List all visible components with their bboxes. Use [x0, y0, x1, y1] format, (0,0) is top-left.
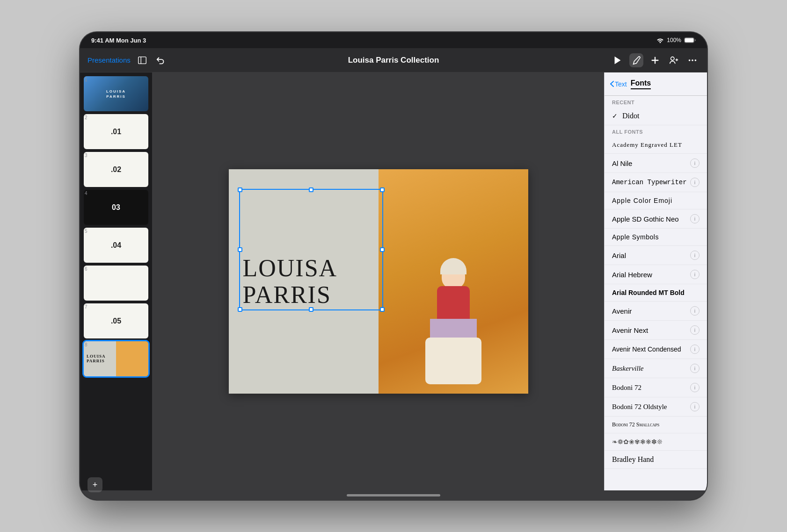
slide-text-line1: LOUISA: [243, 255, 338, 281]
status-icons: 100%: [656, 37, 696, 43]
slide-item[interactable]: .04 5: [84, 228, 148, 263]
wifi-icon: [656, 37, 664, 43]
font-item[interactable]: Arial Rounded MT Bold: [605, 284, 707, 302]
font-info-button[interactable]: i: [690, 325, 700, 335]
font-item[interactable]: Avenir Next i: [605, 321, 707, 340]
font-item[interactable]: Apple Symbols: [605, 229, 707, 246]
font-symbols: ❧❁✿❀✾❃❋✽❊: [612, 438, 663, 446]
fonts-back-button[interactable]: Text: [610, 80, 627, 88]
slide-item[interactable]: 6: [84, 266, 148, 301]
chevron-left-icon: [610, 81, 614, 87]
font-item[interactable]: Apple SD Gothic Neo i: [605, 209, 707, 229]
back-label: Text: [615, 80, 627, 88]
pencil-button[interactable]: [629, 53, 643, 67]
font-name: Bradley Hand: [612, 455, 654, 464]
font-item[interactable]: Academy Engraved LET: [605, 137, 707, 154]
font-info-button[interactable]: i: [690, 402, 700, 411]
svg-point-8: [689, 59, 691, 61]
font-item[interactable]: Arial i: [605, 246, 707, 265]
sidebar-icon: [137, 55, 147, 65]
font-item[interactable]: American Typewriter i: [605, 173, 707, 192]
slide-number: 4: [85, 191, 87, 196]
font-info-button[interactable]: i: [690, 383, 700, 392]
font-name: Apple Symbols: [612, 233, 659, 241]
slide-item-active[interactable]: LOUISAPARRIS 8: [84, 341, 148, 376]
font-item[interactable]: Al Nile i: [605, 154, 707, 173]
status-bar: 9:41 AM Mon Jun 3 100%: [80, 32, 707, 48]
font-info-button[interactable]: i: [690, 306, 700, 316]
font-item[interactable]: Bodoni 72 i: [605, 378, 707, 397]
slide-text: LOUISA PARRIS: [243, 255, 338, 308]
document-title: Louisa Parris Collection: [187, 56, 600, 65]
svg-rect-2: [138, 57, 146, 64]
slide-item[interactable]: LOUISA PARRIS 1: [84, 76, 148, 111]
slide-item[interactable]: .02 3: [84, 152, 148, 187]
svg-point-10: [695, 59, 697, 61]
add-button[interactable]: [648, 53, 662, 67]
add-slide-button[interactable]: +: [87, 477, 102, 490]
play-icon: [612, 55, 623, 65]
toolbar: Presentations Louisa Parris Collection: [80, 48, 707, 72]
slide-right-panel: [379, 169, 528, 394]
font-item[interactable]: Bradley Hand: [605, 451, 707, 469]
font-name: Apple SD Gothic Neo: [612, 215, 679, 223]
battery-icon: [684, 37, 696, 43]
undo-button[interactable]: [154, 53, 168, 67]
toolbar-right: [606, 53, 700, 67]
slide-number: 8: [85, 342, 87, 347]
main-area: LOUISA PARRIS 1 .01 2 .02 3: [80, 72, 707, 490]
recent-font-name: Didot: [622, 112, 639, 120]
slide-item[interactable]: .05 7: [84, 303, 148, 338]
fonts-tab-active[interactable]: Fonts: [631, 79, 651, 89]
slide-canvas: LOUISA PARRIS: [229, 169, 528, 394]
sidebar-button[interactable]: [135, 53, 149, 67]
pencil-icon: [631, 55, 641, 65]
checkmark-icon: ✓: [612, 112, 618, 120]
font-item[interactable]: Avenir i: [605, 302, 707, 321]
svg-point-9: [692, 59, 693, 61]
ipad-device: 9:41 AM Mon Jun 3 100% Presentations: [80, 32, 707, 500]
font-name: Avenir: [612, 307, 632, 315]
font-item[interactable]: Arial Hebrew i: [605, 265, 707, 284]
font-name: Avenir Next: [612, 326, 648, 334]
undo-icon: [156, 55, 166, 65]
font-name: Avenir Next Condensed: [612, 345, 681, 353]
font-item[interactable]: Avenir Next Condensed i: [605, 340, 707, 359]
slide-panel: LOUISA PARRIS 1 .01 2 .02 3: [80, 72, 153, 490]
font-item-symbols[interactable]: ❧❁✿❀✾❃❋✽❊: [605, 433, 707, 451]
font-info-button[interactable]: i: [690, 214, 700, 223]
font-info-button[interactable]: i: [690, 345, 700, 354]
presentations-button[interactable]: Presentations: [87, 56, 131, 64]
svg-rect-1: [685, 38, 694, 43]
font-info-button[interactable]: i: [690, 251, 700, 260]
font-info-button[interactable]: i: [690, 364, 700, 373]
collaborate-button[interactable]: [667, 53, 681, 67]
slide-number: 2: [85, 115, 87, 120]
more-button[interactable]: [685, 53, 700, 67]
recent-section-label: RECENT: [605, 96, 707, 107]
battery-text: 100%: [667, 37, 681, 43]
font-item[interactable]: Bodoni 72 Oldstyle i: [605, 397, 707, 417]
fonts-header: Text Fonts: [605, 72, 707, 96]
font-info-button[interactable]: i: [690, 270, 700, 279]
font-name: American Typewriter: [612, 179, 687, 186]
status-time: 9:41 AM Mon Jun 3: [91, 37, 146, 44]
recent-font-item[interactable]: ✓ Didot: [605, 107, 707, 125]
font-item[interactable]: Bodoni 72 Smallcaps: [605, 417, 707, 433]
font-info-button[interactable]: i: [690, 178, 700, 187]
font-name: Baskerville: [612, 365, 643, 373]
slide-number: 5: [85, 229, 87, 234]
font-name: Bodoni 72 Oldstyle: [612, 403, 667, 411]
font-name: Academy Engraved LET: [612, 141, 682, 149]
all-fonts-section-label: ALL FONTS: [605, 125, 707, 137]
play-button[interactable]: [611, 53, 625, 67]
font-info-button[interactable]: i: [690, 158, 700, 168]
slide-item[interactable]: 03 4: [84, 190, 148, 225]
slide-number: 7: [85, 304, 87, 309]
fonts-list: RECENT ✓ Didot ALL FONTS Academy Engrave…: [605, 96, 707, 490]
toolbar-left: Presentations: [87, 53, 181, 67]
font-item[interactable]: Baskerville i: [605, 359, 707, 378]
plus-icon: [650, 55, 660, 65]
font-item[interactable]: Apple Color Emoji: [605, 192, 707, 209]
slide-item[interactable]: .01 2: [84, 114, 148, 149]
